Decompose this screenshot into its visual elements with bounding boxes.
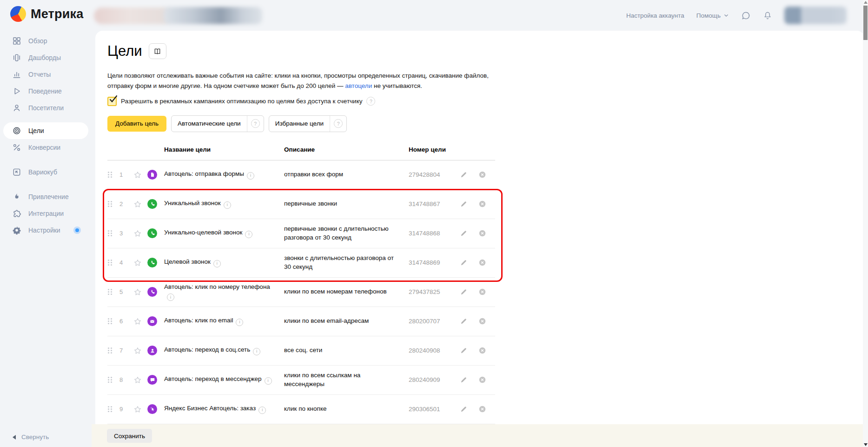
edit-pencil-icon[interactable]	[460, 200, 478, 208]
sidebar-item-conversions[interactable]: Конверсии	[3, 139, 88, 156]
autogoals-link[interactable]: автоцели	[345, 82, 372, 89]
sidebar-item-integrations[interactable]: Интеграции	[3, 205, 88, 222]
auto-goals-help-icon[interactable]: ?	[251, 119, 260, 128]
topbar: Метрика Настройка аккаунта Помощь	[0, 0, 868, 31]
goal-description: клики по всем номерам телефонов	[284, 287, 396, 296]
drag-handle-icon[interactable]	[107, 406, 119, 413]
edit-pencil-icon[interactable]	[460, 317, 478, 325]
drag-handle-icon[interactable]	[107, 288, 119, 295]
sidebar-item-reports[interactable]: Отчеты	[3, 66, 88, 83]
gear-icon	[12, 226, 21, 235]
delete-goal-icon[interactable]	[478, 171, 495, 179]
info-icon[interactable]: i	[253, 348, 260, 355]
delete-goal-icon[interactable]	[478, 347, 495, 354]
drag-handle-icon[interactable]	[107, 318, 119, 325]
goal-name: Уникально-целевой звонок	[164, 229, 242, 236]
favorite-star-icon[interactable]	[133, 171, 147, 179]
delete-goal-icon[interactable]	[478, 229, 495, 237]
drag-handle-icon[interactable]	[107, 200, 119, 207]
user-account-blurred[interactable]	[784, 7, 847, 24]
sidebar-item-behavior[interactable]: Поведение	[3, 83, 88, 100]
sidebar-item-label: Поведение	[28, 87, 62, 95]
optimize-checkbox[interactable]	[107, 97, 117, 106]
favorite-star-icon[interactable]	[133, 317, 147, 326]
edit-pencil-icon[interactable]	[460, 288, 478, 296]
sidebar-item-settings[interactable]: Настройки	[3, 222, 88, 239]
sidebar-item-variocube[interactable]: Вариокуб	[3, 164, 88, 180]
metrica-logo[interactable]: Метрика	[10, 6, 83, 22]
sidebar-item-visitors[interactable]: Посетители	[3, 100, 88, 116]
info-icon[interactable]: i	[258, 407, 266, 414]
cube-icon	[12, 167, 21, 177]
drag-handle-icon[interactable]	[107, 376, 119, 383]
scrollbar-thumb[interactable]	[863, 6, 868, 40]
sidebar-item-acquisition[interactable]: Привлечение	[3, 188, 88, 205]
delete-goal-icon[interactable]	[478, 405, 495, 413]
favorite-star-icon[interactable]	[133, 376, 147, 384]
drag-handle-icon[interactable]	[107, 230, 119, 237]
sidebar-nav: Обзор Дашборды Отчеты Поведение Посетите…	[0, 31, 92, 239]
account-settings-link[interactable]: Настройка аккаунта	[626, 12, 684, 19]
open-book-icon	[153, 47, 162, 56]
delete-goal-icon[interactable]	[478, 317, 495, 325]
edit-pencil-icon[interactable]	[460, 259, 478, 267]
save-footer-bar: Сохранить	[92, 424, 868, 447]
metrica-logo-icon	[10, 6, 26, 22]
save-button[interactable]: Сохранить	[107, 429, 152, 443]
info-icon[interactable]: i	[265, 377, 272, 385]
counter-id-blurred[interactable]	[164, 7, 262, 24]
add-goal-button[interactable]: Добавить цель	[107, 116, 166, 132]
info-icon[interactable]: i	[247, 172, 254, 180]
drag-handle-icon[interactable]	[107, 347, 119, 354]
edit-pencil-icon[interactable]	[460, 347, 478, 354]
info-icon[interactable]: i	[167, 294, 174, 301]
favorite-goals-help-icon[interactable]: ?	[334, 119, 343, 128]
goal-name: Яндекс Бизнес Автоцель: заказ	[164, 405, 256, 412]
sidebar-item-label: Привлечение	[28, 193, 69, 200]
delete-goal-icon[interactable]	[478, 259, 495, 267]
auto-goals-button[interactable]: Автоматические цели ?	[171, 115, 264, 132]
favorite-star-icon[interactable]	[133, 347, 147, 355]
account-settings-label: Настройка аккаунта	[626, 12, 684, 19]
optimize-help-icon[interactable]: ?	[366, 97, 375, 106]
sidebar-collapse-button[interactable]: Свернуть	[13, 434, 49, 440]
goal-description: отправки всех форм	[284, 170, 396, 179]
info-icon[interactable]: i	[245, 231, 252, 238]
goal-order-number: 9	[119, 406, 133, 413]
sidebar-item-label: Цели	[28, 127, 44, 134]
sidebar-item-dashboards[interactable]: Дашборды	[3, 49, 88, 66]
sidebar-item-goals[interactable]: Цели	[3, 122, 88, 139]
sidebar-item-overview[interactable]: Обзор	[3, 33, 88, 49]
goal-table-row: 9 Яндекс Бизнес Автоцель: заказi клик по…	[107, 395, 495, 424]
goal-id-number: 314748867	[409, 200, 460, 207]
edit-pencil-icon[interactable]	[460, 405, 478, 413]
info-icon[interactable]: i	[236, 319, 243, 326]
docs-book-button[interactable]	[149, 43, 166, 59]
info-icon[interactable]: i	[224, 201, 231, 209]
goals-table-header: Название цели Описание Номер цели	[107, 146, 495, 160]
optimize-checkbox-label: Разрешить в рекламных кампаниях оптимиза…	[121, 98, 362, 105]
drag-handle-icon[interactable]	[107, 171, 119, 178]
notifications-bell-icon[interactable]	[763, 11, 772, 20]
counter-selector-blurred[interactable]	[94, 7, 171, 24]
edit-pencil-icon[interactable]	[460, 229, 478, 237]
delete-goal-icon[interactable]	[478, 288, 495, 296]
favorite-star-icon[interactable]	[133, 229, 147, 238]
edit-pencil-icon[interactable]	[460, 376, 478, 384]
drag-handle-icon[interactable]	[107, 259, 119, 266]
edit-pencil-icon[interactable]	[460, 171, 478, 179]
main-content-card: Цели Цели позволяют отслеживать важные с…	[95, 31, 864, 447]
favorite-star-icon[interactable]	[133, 288, 147, 296]
info-icon[interactable]: i	[213, 260, 221, 267]
feedback-chat-icon[interactable]	[741, 11, 751, 20]
page-scrollbar[interactable]	[863, 0, 868, 447]
favorite-star-icon[interactable]	[133, 259, 147, 267]
favorite-star-icon[interactable]	[133, 405, 147, 414]
help-menu[interactable]: Помощь	[696, 12, 729, 19]
scrollbar-up-arrow[interactable]	[864, 1, 868, 4]
delete-goal-icon[interactable]	[478, 376, 495, 384]
scrollbar-down-arrow[interactable]	[864, 443, 868, 446]
favorite-star-icon[interactable]	[133, 200, 147, 208]
delete-goal-icon[interactable]	[478, 200, 495, 208]
favorite-goals-button[interactable]: Избранные цели ?	[269, 115, 347, 132]
